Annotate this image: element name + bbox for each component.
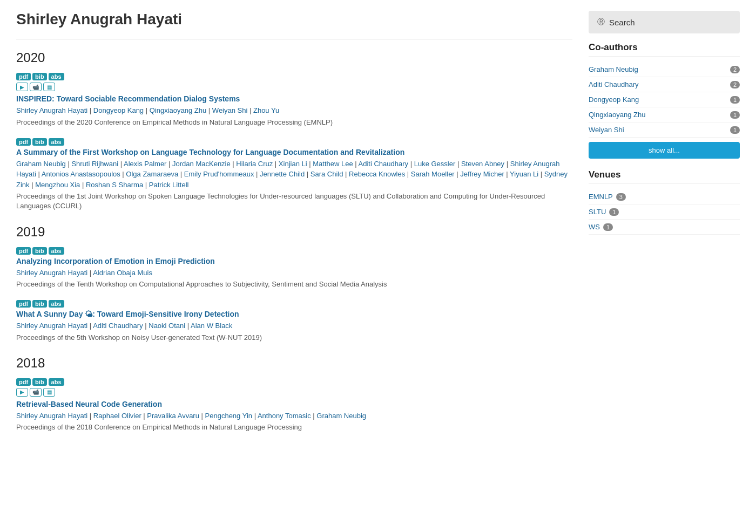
- author-link[interactable]: Aditi Chaudhary: [93, 322, 143, 330]
- main-content: Shirley Anugrah Hayati 2020pdfbibabs▶📹▦I…: [16, 11, 572, 446]
- bib-badge[interactable]: bib: [32, 138, 47, 146]
- author-link[interactable]: Antonios Anastasopoulos: [42, 170, 120, 178]
- paper-title[interactable]: INSPIRED: Toward Sociable Recommendation…: [16, 94, 572, 103]
- abs-badge[interactable]: abs: [49, 247, 64, 255]
- author-link[interactable]: Mengzhou Xia: [35, 181, 80, 189]
- author-link[interactable]: Emily Prud'hommeaux: [184, 170, 254, 178]
- author-link[interactable]: Graham Neubig: [316, 412, 366, 420]
- author-link[interactable]: Matthew Lee: [313, 160, 353, 168]
- paper-title[interactable]: A Summary of the First Workshop on Langu…: [16, 148, 572, 156]
- pdf-badge[interactable]: pdf: [16, 378, 31, 386]
- author-link[interactable]: Shirley Anugrah Hayati: [16, 269, 87, 277]
- coauthor-item: Dongyeop Kang1: [589, 92, 740, 107]
- year-heading: 2020: [16, 50, 572, 65]
- venue-name[interactable]: SLTU: [589, 208, 606, 216]
- author-link[interactable]: Zhou Yu: [253, 106, 279, 114]
- author-separator: |: [254, 170, 260, 178]
- author-link[interactable]: Aditi Chaudhary: [359, 160, 409, 168]
- author-link[interactable]: Jennette Child: [260, 170, 305, 178]
- coauthor-name[interactable]: Weiyan Shi: [589, 126, 624, 134]
- author-separator: |: [206, 106, 212, 114]
- author-link[interactable]: Aldrian Obaja Muis: [93, 269, 152, 277]
- author-link[interactable]: Rebecca Knowles: [349, 170, 405, 178]
- author-link[interactable]: Shirley Anugrah Hayati: [16, 322, 87, 330]
- pdf-badge[interactable]: pdf: [16, 300, 31, 308]
- author-link[interactable]: Shirley Anugrah Hayati: [16, 106, 87, 114]
- author-link[interactable]: Graham Neubig: [16, 160, 66, 168]
- show-all-button[interactable]: show all...: [589, 142, 740, 159]
- author-separator: |: [538, 170, 544, 178]
- author-link[interactable]: Sara Child: [310, 170, 343, 178]
- qr-icon[interactable]: ▦: [43, 388, 55, 397]
- author-link[interactable]: Pengcheng Yin: [205, 412, 252, 420]
- author-link[interactable]: Dongyeop Kang: [93, 106, 144, 114]
- author-link[interactable]: Olga Zamaraeva: [126, 170, 178, 178]
- icon-row: ▶📹▦: [16, 83, 572, 91]
- coauthor-name[interactable]: Graham Neubig: [589, 65, 638, 73]
- paper-title[interactable]: What A Sunny Day 🌤: Toward Emoji-Sensiti…: [16, 310, 572, 318]
- papers-container: 2020pdfbibabs▶📹▦INSPIRED: Toward Sociabl…: [16, 50, 572, 433]
- author-link[interactable]: Shruti Rijhwani: [71, 160, 118, 168]
- author-link[interactable]: Yiyuan Li: [510, 170, 538, 178]
- author-link[interactable]: Hilaria Cruz: [236, 160, 273, 168]
- coauthors-section: Co-authors Graham Neubig2Aditi Chaudhary…: [589, 42, 740, 159]
- year-section-2020: 2020pdfbibabs▶📹▦INSPIRED: Toward Sociabl…: [16, 50, 572, 212]
- venue-count: 3: [616, 193, 626, 201]
- pdf-badge[interactable]: pdf: [16, 73, 31, 80]
- author-separator: |: [199, 412, 205, 420]
- bib-badge[interactable]: bib: [32, 73, 47, 80]
- year-heading: 2019: [16, 224, 572, 240]
- author-link[interactable]: Weiyan Shi: [212, 106, 248, 114]
- author-link[interactable]: Raphael Olivier: [93, 412, 141, 420]
- bib-badge[interactable]: bib: [32, 378, 47, 386]
- author-link[interactable]: Shirley Anugrah Hayati: [16, 412, 87, 420]
- author-link[interactable]: Patrick Littell: [149, 181, 189, 189]
- author-link[interactable]: Pravalika Avvaru: [147, 412, 199, 420]
- bib-badge[interactable]: bib: [32, 247, 47, 255]
- slides-icon[interactable]: 📹: [30, 83, 42, 91]
- author-name: Shirley Anugrah Hayati: [16, 11, 572, 28]
- author-link[interactable]: Qingxiaoyang Zhu: [150, 106, 207, 114]
- video-icon[interactable]: ▶: [16, 388, 28, 397]
- author-separator: |: [143, 181, 149, 189]
- coauthor-name[interactable]: Dongyeop Kang: [589, 96, 639, 104]
- author-link[interactable]: Alan W Black: [191, 322, 232, 330]
- paper-title[interactable]: Analyzing Incorporation of Emotion in Em…: [16, 257, 572, 265]
- author-link[interactable]: Sarah Moeller: [411, 170, 455, 178]
- author-link[interactable]: Steven Abney: [461, 160, 504, 168]
- coauthor-count: 1: [730, 111, 740, 119]
- search-button[interactable]: Ⓡ Search: [589, 11, 740, 33]
- author-link[interactable]: Naoki Otani: [148, 322, 185, 330]
- author-separator: |: [408, 160, 414, 168]
- slides-icon[interactable]: 📹: [30, 388, 42, 397]
- author-link[interactable]: Anthony Tomasic: [258, 412, 311, 420]
- author-separator: |: [273, 160, 279, 168]
- video-icon[interactable]: ▶: [16, 83, 28, 91]
- coauthor-name[interactable]: Aditi Chaudhary: [589, 80, 639, 88]
- paper-authors: Shirley Anugrah Hayati | Aditi Chaudhary…: [16, 320, 572, 331]
- author-link[interactable]: Roshan S Sharma: [86, 181, 143, 189]
- coauthor-item: Aditi Chaudhary2: [589, 77, 740, 92]
- abs-badge[interactable]: abs: [49, 73, 64, 80]
- qr-icon[interactable]: ▦: [43, 83, 55, 91]
- venue-name[interactable]: EMNLP: [589, 193, 613, 201]
- author-separator: |: [455, 160, 461, 168]
- paper-p4: pdfbibabsWhat A Sunny Day 🌤: Toward Emoj…: [16, 300, 572, 343]
- author-link[interactable]: Alexis Palmer: [124, 160, 166, 168]
- author-link[interactable]: Xinjian Li: [279, 160, 307, 168]
- venue-name[interactable]: WS: [589, 223, 600, 231]
- paper-title[interactable]: Retrieval-Based Neural Code Generation: [16, 400, 572, 408]
- abs-badge[interactable]: abs: [49, 138, 64, 146]
- author-link[interactable]: Luke Gessler: [414, 160, 456, 168]
- author-separator: |: [80, 181, 86, 189]
- abs-badge[interactable]: abs: [49, 378, 64, 386]
- author-link[interactable]: Jordan MacKenzie: [172, 160, 231, 168]
- sidebar: Ⓡ Search Co-authors Graham Neubig2Aditi …: [589, 11, 740, 446]
- bib-badge[interactable]: bib: [32, 300, 47, 308]
- abs-badge[interactable]: abs: [49, 300, 64, 308]
- coauthor-name[interactable]: Qingxiaoyang Zhu: [589, 111, 646, 119]
- pdf-badge[interactable]: pdf: [16, 138, 31, 146]
- author-link[interactable]: Jeffrey Micher: [460, 170, 504, 178]
- paper-venue: Proceedings of the Tenth Workshop on Com…: [16, 279, 572, 289]
- pdf-badge[interactable]: pdf: [16, 247, 31, 255]
